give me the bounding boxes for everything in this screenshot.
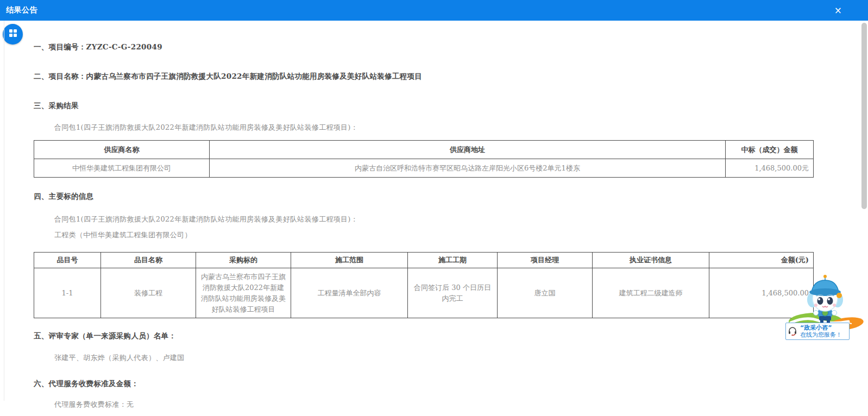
cell-construction-period: 合同签订后 30 个日历日内完工 (408, 268, 498, 318)
col-header-award-amount: 中标（成交）金额 (726, 141, 814, 159)
section-experts-title: 五、评审专家（单一来源采购人员）名单： (34, 331, 847, 341)
table-row: 1-1 装修工程 内蒙古乌兰察布市四子王旗消防救援大队2022年新建消防队站功能… (34, 268, 814, 318)
cell-construction-scope: 工程量清单全部内容 (291, 268, 408, 318)
col-header-project-manager: 项目经理 (498, 253, 593, 268)
contract-package-1-label: 合同包1(四子王旗消防救援大队2022年新建消防队站功能用房装修及美好队站装修工… (54, 123, 847, 133)
scrollbar-track[interactable] (860, 21, 868, 416)
col-header-construction-period: 施工工期 (408, 253, 498, 268)
section-project-name: 二、项目名称：内蒙古乌兰察布市四子王旗消防救援大队2022年新建消防队站功能用房… (34, 72, 847, 81)
col-header-amount: 金额(元) (709, 253, 814, 268)
mascot-slogan: 在线为您服务！ (800, 331, 847, 338)
section-subject-info-title: 四、主要标的信息 (34, 192, 847, 201)
table-row: 中恒华美建筑工程集团有限公司 内蒙古自治区呼和浩特市赛罕区昭乌达路左岸阳光小区6… (34, 159, 814, 178)
col-header-license-info: 执业证书信息 (593, 253, 709, 268)
col-header-construction-scope: 施工范围 (291, 253, 408, 268)
col-header-item-no: 品目号 (34, 253, 101, 268)
col-header-procurement-subject: 采购标的 (196, 253, 291, 268)
table-header-row: 品目号 品目名称 采购标的 施工范围 施工工期 项目经理 执业证书信息 金额(元… (34, 253, 814, 268)
section-procurement-result-title: 三、采购结果 (34, 101, 847, 111)
mascot-name: “政采小咨” (800, 324, 847, 331)
section-project-number: 一、项目编号：ZYZC-C-G-220049 (34, 42, 847, 52)
cell-item-no: 1-1 (34, 268, 101, 318)
result-announcement-page: { "header": { "title": "结果公告", "close_gl… (0, 0, 868, 416)
experts-names: 张建平、胡东烨（采购人代表）、卢建国 (54, 353, 847, 363)
page-title: 结果公告 (6, 5, 37, 15)
col-header-supplier-address: 供应商地址 (210, 141, 726, 159)
subject-detail-table: 品目号 品目名称 采购标的 施工范围 施工工期 项目经理 执业证书信息 金额(元… (34, 252, 814, 318)
titlebar: 结果公告 × (0, 0, 868, 21)
announcement-document: 一、项目编号：ZYZC-C-G-220049 二、项目名称：内蒙古乌兰察布市四子… (0, 21, 847, 416)
subject-category-label: 工程类（中恒华美建筑工程集团有限公司） (54, 230, 847, 240)
service-mascot-widget[interactable]: “政采小咨” 在线为您服务！ (784, 274, 865, 340)
scrollbar-thumb[interactable] (861, 23, 867, 209)
agency-fee-standard: 代理服务费收费标准：无 (54, 400, 847, 409)
close-icon: × (834, 5, 842, 16)
contract-package-1-label-2: 合同包1(四子王旗消防救援大队2022年新建消防队站功能用房装修及美好队站装修工… (54, 215, 847, 224)
section-agency-fee-title: 六、代理服务收费标准及金额： (34, 379, 847, 389)
cell-supplier-address: 内蒙古自治区呼和浩特市赛罕区昭乌达路左岸阳光小区6号楼2单元1楼东 (210, 159, 726, 178)
cell-project-manager: 唐立国 (498, 268, 593, 318)
cell-supplier-name: 中恒华美建筑工程集团有限公司 (34, 159, 210, 178)
supplier-result-table: 供应商名称 供应商地址 中标（成交）金额 中恒华美建筑工程集团有限公司 内蒙古自… (34, 140, 814, 178)
service-label[interactable]: “政采小咨” 在线为您服务！ (785, 323, 850, 340)
table-header-row: 供应商名称 供应商地址 中标（成交）金额 (34, 141, 814, 159)
col-header-item-name: 品目名称 (101, 253, 196, 268)
cell-license-info: 建筑工程二级建造师 (593, 268, 709, 318)
col-header-supplier-name: 供应商名称 (34, 141, 210, 159)
cell-award-amount: 1,468,500.00元 (726, 159, 814, 178)
cell-item-name: 装修工程 (101, 268, 196, 318)
cell-procurement-subject: 内蒙古乌兰察布市四子王旗消防救援大队2022年新建消防队站功能用房装修及美好队站… (196, 268, 291, 318)
close-button[interactable]: × (834, 6, 842, 15)
